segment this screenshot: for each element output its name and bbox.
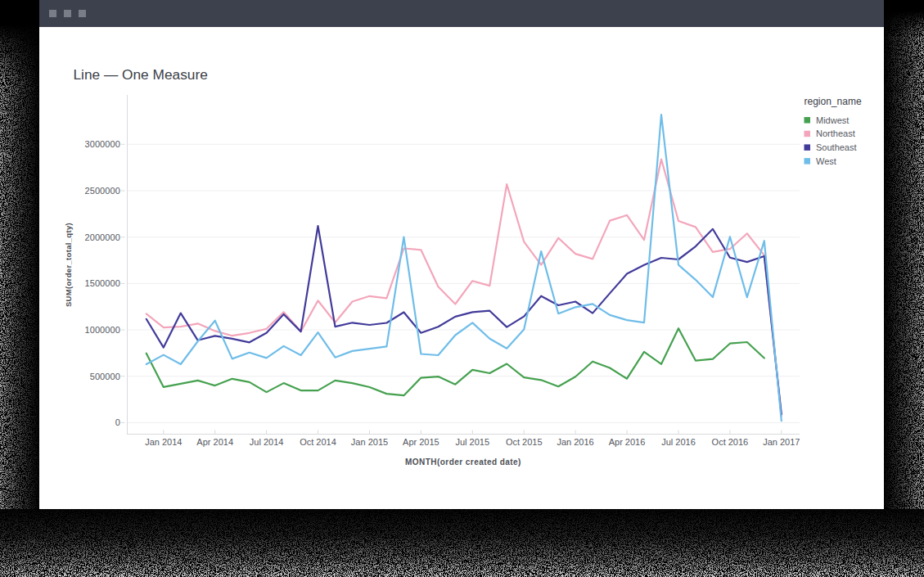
svg-text:Jul 2015: Jul 2015 <box>456 437 490 447</box>
svg-text:0: 0 <box>115 417 120 427</box>
svg-text:Oct 2015: Oct 2015 <box>506 437 543 447</box>
svg-text:Line — One Measure: Line — One Measure <box>74 66 208 83</box>
svg-text:Midwest: Midwest <box>816 115 849 125</box>
svg-text:Jan 2016: Jan 2016 <box>557 437 593 447</box>
svg-text:1500000: 1500000 <box>84 278 120 288</box>
svg-text:3000000: 3000000 <box>84 139 120 149</box>
svg-text:Apr 2014: Apr 2014 <box>196 437 233 447</box>
svg-text:Apr 2016: Apr 2016 <box>609 437 646 447</box>
svg-text:region_name: region_name <box>805 96 862 107</box>
svg-text:Apr 2015: Apr 2015 <box>403 437 439 447</box>
svg-text:Jan 2017: Jan 2017 <box>763 437 800 447</box>
svg-text:Northeast: Northeast <box>816 128 855 138</box>
svg-text:MONTH(order created date): MONTH(order created date) <box>405 458 521 467</box>
svg-text:Oct 2014: Oct 2014 <box>300 437 336 447</box>
svg-text:1000000: 1000000 <box>84 325 120 335</box>
svg-text:Jan 2014: Jan 2014 <box>145 437 182 447</box>
svg-text:Jul 2014: Jul 2014 <box>250 437 284 447</box>
svg-text:2500000: 2500000 <box>84 186 120 196</box>
svg-text:500000: 500000 <box>90 372 120 381</box>
svg-text:SUM(order_total_qty): SUM(order_total_qty) <box>64 223 73 307</box>
svg-text:Southeast: Southeast <box>816 142 857 152</box>
svg-text:Oct 2016: Oct 2016 <box>712 437 749 447</box>
svg-text:Jan 2015: Jan 2015 <box>351 437 388 447</box>
svg-text:2000000: 2000000 <box>84 232 120 242</box>
svg-text:Jul 2016: Jul 2016 <box>661 437 696 447</box>
svg-text:West: West <box>816 156 836 166</box>
